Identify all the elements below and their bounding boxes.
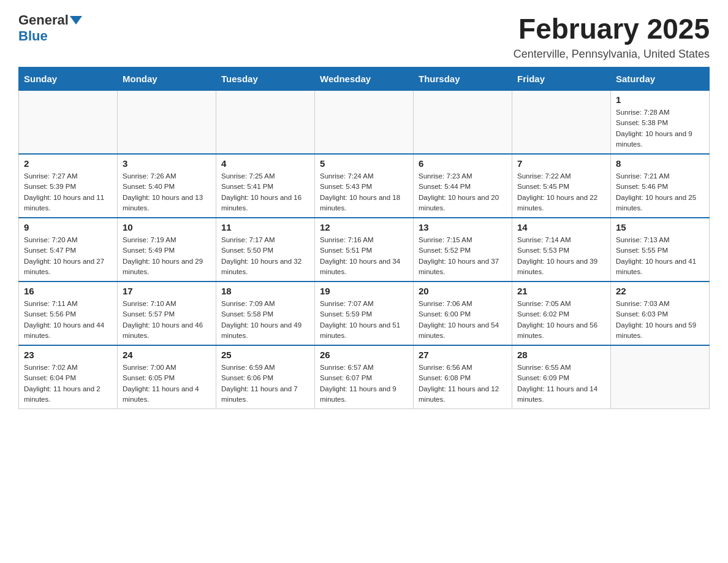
day-number: 18 — [221, 286, 309, 296]
day-sun-info: Sunrise: 7:13 AMSunset: 5:55 PMDaylight:… — [616, 235, 704, 277]
calendar-week-row: 23Sunrise: 7:02 AMSunset: 6:04 PMDayligh… — [19, 345, 710, 409]
day-of-week-header: Sunday — [19, 67, 118, 91]
day-number: 1 — [616, 94, 704, 105]
logo-blue-text: Blue — [18, 28, 48, 44]
day-number: 15 — [616, 222, 704, 232]
calendar-cell: 12Sunrise: 7:16 AMSunset: 5:51 PMDayligh… — [315, 218, 414, 282]
calendar-cell — [19, 91, 118, 155]
day-sun-info: Sunrise: 7:16 AMSunset: 5:51 PMDaylight:… — [320, 235, 408, 277]
day-number: 7 — [517, 158, 605, 169]
calendar-cell: 14Sunrise: 7:14 AMSunset: 5:53 PMDayligh… — [512, 218, 611, 282]
day-sun-info: Sunrise: 6:55 AMSunset: 6:09 PMDaylight:… — [517, 362, 605, 405]
day-number: 27 — [419, 350, 507, 360]
day-sun-info: Sunrise: 7:15 AMSunset: 5:52 PMDaylight:… — [419, 235, 507, 277]
day-number: 26 — [320, 350, 408, 360]
calendar-cell: 24Sunrise: 7:00 AMSunset: 6:05 PMDayligh… — [118, 345, 216, 409]
logo: General Blue — [18, 12, 83, 44]
day-number: 13 — [419, 222, 507, 232]
day-number: 10 — [123, 222, 211, 232]
calendar-cell: 2Sunrise: 7:27 AMSunset: 5:39 PMDaylight… — [19, 154, 118, 218]
logo-arrow-icon — [70, 16, 82, 25]
calendar-cell: 8Sunrise: 7:21 AMSunset: 5:46 PMDaylight… — [611, 154, 710, 218]
month-year-title: February 2025 — [514, 12, 710, 45]
day-sun-info: Sunrise: 7:28 AMSunset: 5:38 PMDaylight:… — [616, 107, 704, 150]
day-number: 8 — [616, 158, 704, 169]
day-of-week-header: Wednesday — [315, 67, 414, 91]
day-sun-info: Sunrise: 7:03 AMSunset: 6:03 PMDaylight:… — [616, 299, 704, 341]
day-sun-info: Sunrise: 7:14 AMSunset: 5:53 PMDaylight:… — [517, 235, 605, 277]
calendar-cell: 4Sunrise: 7:25 AMSunset: 5:41 PMDaylight… — [216, 154, 315, 218]
calendar-week-row: 1Sunrise: 7:28 AMSunset: 5:38 PMDaylight… — [19, 91, 710, 155]
calendar-cell: 20Sunrise: 7:06 AMSunset: 6:00 PMDayligh… — [414, 282, 512, 345]
day-sun-info: Sunrise: 7:09 AMSunset: 5:58 PMDaylight:… — [221, 299, 309, 341]
calendar-cell — [414, 91, 512, 155]
calendar-cell: 3Sunrise: 7:26 AMSunset: 5:40 PMDaylight… — [118, 154, 216, 218]
calendar-cell: 13Sunrise: 7:15 AMSunset: 5:52 PMDayligh… — [414, 218, 512, 282]
day-sun-info: Sunrise: 7:11 AMSunset: 5:56 PMDaylight:… — [24, 299, 112, 341]
day-sun-info: Sunrise: 7:05 AMSunset: 6:02 PMDaylight:… — [517, 299, 605, 341]
title-section: February 2025 Centerville, Pennsylvania,… — [514, 12, 710, 61]
day-number: 4 — [221, 158, 309, 169]
day-of-week-header: Tuesday — [216, 67, 315, 91]
day-number: 2 — [24, 158, 112, 169]
calendar-cell: 18Sunrise: 7:09 AMSunset: 5:58 PMDayligh… — [216, 282, 315, 345]
calendar-cell: 11Sunrise: 7:17 AMSunset: 5:50 PMDayligh… — [216, 218, 315, 282]
calendar-cell: 15Sunrise: 7:13 AMSunset: 5:55 PMDayligh… — [611, 218, 710, 282]
day-sun-info: Sunrise: 7:07 AMSunset: 5:59 PMDaylight:… — [320, 299, 408, 341]
calendar-cell — [512, 91, 611, 155]
day-sun-info: Sunrise: 7:22 AMSunset: 5:45 PMDaylight:… — [517, 171, 605, 213]
day-number: 3 — [123, 158, 211, 169]
calendar-cell: 28Sunrise: 6:55 AMSunset: 6:09 PMDayligh… — [512, 345, 611, 409]
calendar-cell — [118, 91, 216, 155]
day-number: 21 — [517, 286, 605, 296]
day-number: 9 — [24, 222, 112, 232]
day-of-week-header: Monday — [118, 67, 216, 91]
day-of-week-header: Friday — [512, 67, 611, 91]
day-sun-info: Sunrise: 7:26 AMSunset: 5:40 PMDaylight:… — [123, 171, 211, 213]
calendar-cell: 1Sunrise: 7:28 AMSunset: 5:38 PMDaylight… — [611, 91, 710, 155]
day-number: 23 — [24, 350, 112, 360]
calendar-cell: 22Sunrise: 7:03 AMSunset: 6:03 PMDayligh… — [611, 282, 710, 345]
calendar-cell — [611, 345, 710, 409]
calendar-cell: 25Sunrise: 6:59 AMSunset: 6:06 PMDayligh… — [216, 345, 315, 409]
page-header: General Blue February 2025 Centerville, … — [18, 12, 710, 61]
day-number: 12 — [320, 222, 408, 232]
day-of-week-header: Saturday — [611, 67, 710, 91]
day-sun-info: Sunrise: 7:24 AMSunset: 5:43 PMDaylight:… — [320, 171, 408, 213]
day-number: 28 — [517, 350, 605, 360]
calendar-cell: 10Sunrise: 7:19 AMSunset: 5:49 PMDayligh… — [118, 218, 216, 282]
calendar-table: SundayMondayTuesdayWednesdayThursdayFrid… — [18, 67, 710, 409]
day-number: 25 — [221, 350, 309, 360]
location-subtitle: Centerville, Pennsylvania, United States — [514, 48, 710, 61]
day-sun-info: Sunrise: 7:06 AMSunset: 6:00 PMDaylight:… — [419, 299, 507, 341]
day-of-week-header: Thursday — [414, 67, 512, 91]
calendar-cell: 23Sunrise: 7:02 AMSunset: 6:04 PMDayligh… — [19, 345, 118, 409]
calendar-cell: 21Sunrise: 7:05 AMSunset: 6:02 PMDayligh… — [512, 282, 611, 345]
day-sun-info: Sunrise: 7:23 AMSunset: 5:44 PMDaylight:… — [419, 171, 507, 213]
day-sun-info: Sunrise: 7:17 AMSunset: 5:50 PMDaylight:… — [221, 235, 309, 277]
day-sun-info: Sunrise: 7:02 AMSunset: 6:04 PMDaylight:… — [24, 362, 112, 405]
day-sun-info: Sunrise: 6:57 AMSunset: 6:07 PMDaylight:… — [320, 362, 408, 405]
day-sun-info: Sunrise: 7:10 AMSunset: 5:57 PMDaylight:… — [123, 299, 211, 341]
calendar-cell — [315, 91, 414, 155]
calendar-cell: 16Sunrise: 7:11 AMSunset: 5:56 PMDayligh… — [19, 282, 118, 345]
day-sun-info: Sunrise: 7:19 AMSunset: 5:49 PMDaylight:… — [123, 235, 211, 277]
day-sun-info: Sunrise: 7:27 AMSunset: 5:39 PMDaylight:… — [24, 171, 112, 213]
day-sun-info: Sunrise: 7:21 AMSunset: 5:46 PMDaylight:… — [616, 171, 704, 213]
calendar-week-row: 2Sunrise: 7:27 AMSunset: 5:39 PMDaylight… — [19, 154, 710, 218]
calendar-cell — [216, 91, 315, 155]
day-number: 11 — [221, 222, 309, 232]
calendar-cell: 19Sunrise: 7:07 AMSunset: 5:59 PMDayligh… — [315, 282, 414, 345]
day-sun-info: Sunrise: 6:59 AMSunset: 6:06 PMDaylight:… — [221, 362, 309, 405]
calendar-header-row: SundayMondayTuesdayWednesdayThursdayFrid… — [19, 67, 710, 91]
day-number: 17 — [123, 286, 211, 296]
logo-general-text: General — [18, 12, 69, 28]
day-number: 6 — [419, 158, 507, 169]
day-sun-info: Sunrise: 6:56 AMSunset: 6:08 PMDaylight:… — [419, 362, 507, 405]
day-sun-info: Sunrise: 7:00 AMSunset: 6:05 PMDaylight:… — [123, 362, 211, 405]
day-sun-info: Sunrise: 7:20 AMSunset: 5:47 PMDaylight:… — [24, 235, 112, 277]
calendar-cell: 6Sunrise: 7:23 AMSunset: 5:44 PMDaylight… — [414, 154, 512, 218]
day-number: 20 — [419, 286, 507, 296]
calendar-cell: 26Sunrise: 6:57 AMSunset: 6:07 PMDayligh… — [315, 345, 414, 409]
calendar-cell: 17Sunrise: 7:10 AMSunset: 5:57 PMDayligh… — [118, 282, 216, 345]
